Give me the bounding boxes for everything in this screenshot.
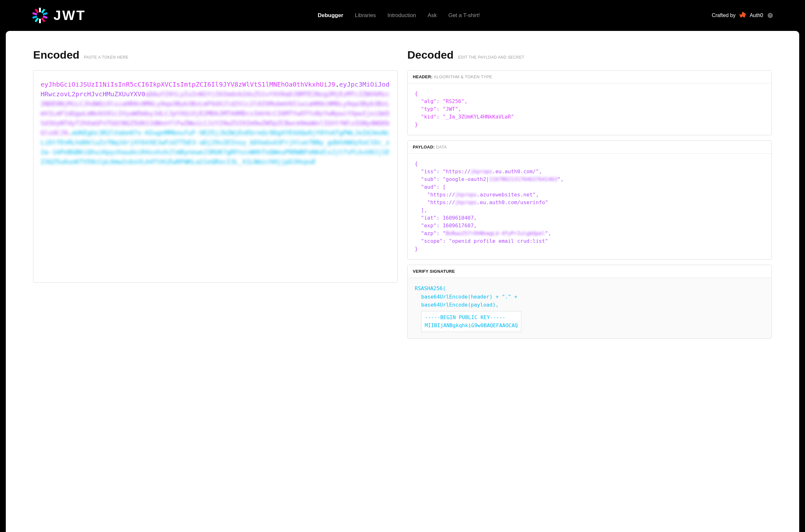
main-nav: Debugger Libraries Introduction Ask Get …: [86, 12, 712, 19]
header-panel-title: HEADER: ALGORITHM & TOKEN TYPE: [408, 71, 771, 83]
crafted-by[interactable]: Crafted by Auth0 ?: [712, 12, 773, 19]
payload-panel: PAYLOAD: DATA { "iss": "https://jkprops.…: [407, 140, 772, 260]
header-json-content: { "alg": "RS256", "typ": "JWT", "kid": "…: [415, 90, 764, 129]
verify-signature-panel: VERIFY SIGNATURE RSASHA256( base64UrlEnc…: [407, 265, 772, 339]
decoded-column: Decoded EDIT THE PAYLOAD AND SECRET HEAD…: [407, 49, 772, 532]
decoded-hint: EDIT THE PAYLOAD AND SECRET: [458, 55, 524, 60]
svg-rect-8: [41, 17, 45, 22]
header-panel-label: HEADER:: [413, 74, 433, 79]
nav-ask[interactable]: Ask: [428, 12, 437, 19]
encoded-token-box[interactable]: eyJhbGciOiJSUzI1NiIsInR5cCI6IkpXVCIsImtp…: [33, 70, 398, 283]
payload-panel-sub: DATA: [436, 145, 447, 149]
header-json[interactable]: { "alg": "RS256", "typ": "JWT", "kid": "…: [408, 83, 771, 135]
verify-code: RSASHA256( base64UrlEncode(header) + "."…: [415, 284, 764, 332]
svg-rect-7: [32, 12, 37, 16]
svg-rect-0: [39, 8, 41, 12]
encoded-hint: PASTE A TOKEN HERE: [84, 55, 129, 60]
encoded-column: Encoded PASTE A TOKEN HERE eyJhbGciOiJSU…: [33, 49, 398, 532]
logo[interactable]: JWT: [32, 8, 86, 23]
jwt-logo-icon: [32, 8, 47, 23]
svg-rect-6: [43, 16, 47, 19]
token-header-part: eyJhbGciOiJSUzI1NiIsInR5cCI6IkpXVCIsImtp…: [41, 80, 335, 88]
payload-panel-label: PAYLOAD:: [413, 145, 435, 149]
svg-rect-9: [35, 9, 39, 14]
svg-rect-3: [35, 17, 39, 22]
nav-tshirt[interactable]: Get a T-shirt!: [448, 12, 480, 19]
verify-body[interactable]: RSASHA256( base64UrlEncode(header) + "."…: [408, 278, 771, 339]
auth0-icon: [739, 12, 746, 19]
logo-text: JWT: [54, 8, 86, 23]
crafted-prefix: Crafted by: [712, 13, 735, 18]
token-signature-blurred: aUKEgUc3R2lVabe07x-H2ugnMMbnufuF-9E25jJb…: [41, 129, 390, 166]
decoded-title: Decoded: [407, 49, 454, 61]
verify-panel-label: VERIFY SIGNATURE: [413, 269, 455, 274]
top-header: JWT Debugger Libraries Introduction Ask …: [0, 0, 805, 31]
public-key-input[interactable]: -----BEGIN PUBLIC KEY----- MIIBIjANBgkqh…: [421, 311, 521, 332]
payload-panel-title: PAYLOAD: DATA: [408, 141, 771, 154]
encoded-title: Encoded: [33, 49, 79, 61]
crafted-brand: Auth0: [750, 13, 763, 18]
help-icon[interactable]: ?: [768, 13, 773, 18]
payload-json[interactable]: { "iss": "https://jkprops.eu.auth0.com/"…: [408, 154, 771, 259]
header-panel: HEADER: ALGORITHM & TOKEN TYPE { "alg": …: [407, 70, 772, 135]
nav-debugger[interactable]: Debugger: [318, 12, 343, 19]
svg-rect-1: [39, 19, 41, 23]
payload-json-content: { "iss": "https://jkprops.eu.auth0.com/"…: [415, 160, 764, 253]
encoded-title-row: Encoded PASTE A TOKEN HERE: [33, 49, 398, 61]
nav-introduction[interactable]: Introduction: [387, 12, 416, 19]
nav-libraries[interactable]: Libraries: [355, 12, 376, 19]
content: Encoded PASTE A TOKEN HERE eyJhbGciOiJSU…: [6, 31, 799, 532]
svg-rect-4: [43, 12, 47, 16]
svg-rect-2: [41, 9, 45, 14]
header-panel-sub: ALGORITHM & TOKEN TYPE: [434, 74, 492, 79]
verify-panel-title: VERIFY SIGNATURE: [408, 265, 771, 278]
decoded-title-row: Decoded EDIT THE PAYLOAD AND SECRET: [407, 49, 772, 61]
svg-rect-5: [32, 16, 37, 19]
